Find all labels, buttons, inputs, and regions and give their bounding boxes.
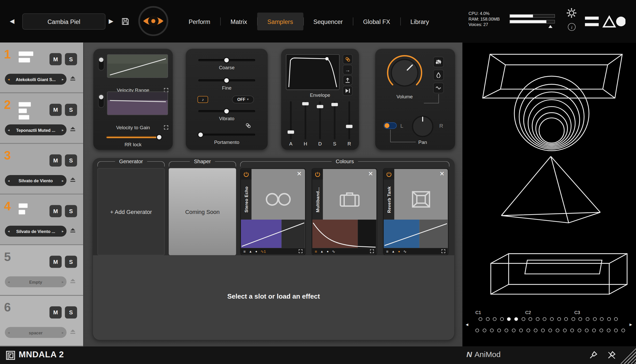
wave-mode-icon[interactable]: ∿ <box>332 249 335 253</box>
slot-name-selector[interactable]: ◂ Atekokolli Giant S... ▸ <box>5 74 66 84</box>
arrow-right-icon[interactable]: → <box>343 65 353 75</box>
prev-sample-icon[interactable]: ◂ <box>5 331 12 335</box>
tab-samplers[interactable]: Samplers <box>257 13 303 30</box>
pad-dot[interactable] <box>564 317 568 321</box>
wave-mode-icon[interactable]: ∿1 <box>261 249 266 253</box>
mute-button[interactable]: M <box>49 306 62 318</box>
triangle-mode-icon[interactable]: ▲ <box>249 249 252 253</box>
sampler-slot-6[interactable]: 6 M S ◂ spacer ▸ <box>0 296 83 346</box>
triangle-mode-icon[interactable]: ▲ <box>320 249 323 253</box>
pad-dot[interactable] <box>541 329 545 332</box>
fine-knob[interactable] <box>223 77 230 84</box>
effect-curve-graph[interactable] <box>312 220 376 248</box>
triangle-mode-icon[interactable]: ▲ <box>392 249 395 253</box>
slot-name-selector[interactable]: ◂ Teponaztli Muted ... ▸ <box>5 124 66 135</box>
pad-dot[interactable] <box>543 317 547 321</box>
pad-dot[interactable] <box>512 329 515 332</box>
tab-matrix[interactable]: Matrix <box>220 13 257 30</box>
lfo-wave-icon[interactable] <box>433 83 444 93</box>
sampler-slot-5[interactable]: 5 M S ◂ Empty ▸ <box>0 245 83 296</box>
solo-button[interactable]: S <box>65 104 77 116</box>
pad-dot[interactable] <box>593 317 596 321</box>
coarse-slider[interactable] <box>198 59 255 61</box>
solo-button[interactable]: S <box>65 154 77 167</box>
power-button[interactable] <box>384 169 394 179</box>
eject-icon[interactable] <box>70 329 76 334</box>
pad-dot[interactable] <box>483 329 486 332</box>
eject-icon[interactable] <box>70 177 76 182</box>
pad-dot[interactable] <box>556 329 559 332</box>
volume-knob[interactable] <box>385 54 424 92</box>
rr-lock-slider[interactable] <box>106 136 160 138</box>
velocity-gain-toggle[interactable] <box>98 94 104 108</box>
pad-dot[interactable] <box>586 317 589 321</box>
slot-name-selector[interactable]: ◂ Silvato de Viento ▸ <box>5 175 66 186</box>
pad-dot[interactable] <box>614 329 618 332</box>
pad-dot[interactable] <box>585 329 589 332</box>
attack-handle[interactable] <box>288 131 294 134</box>
circle-mode-icon[interactable]: ● <box>327 249 329 253</box>
eject-icon[interactable] <box>70 76 76 81</box>
vibrato-slider[interactable] <box>198 110 255 112</box>
sampler-slot-1[interactable]: 1 M S ◂ Atekokolli Giant S... ▸ <box>0 42 83 93</box>
expand-icon[interactable] <box>164 125 168 129</box>
pad-dot[interactable] <box>479 317 482 321</box>
pad-scroll-right-icon[interactable]: ▸ <box>630 321 632 327</box>
pad-dot[interactable] <box>563 329 567 332</box>
pad-dot[interactable] <box>486 317 489 321</box>
circle-mode-icon[interactable]: ● <box>255 249 257 253</box>
mute-button[interactable]: M <box>49 104 62 116</box>
pad-dot[interactable] <box>570 329 574 332</box>
add-generator-slot[interactable]: + Add Generator <box>97 168 165 255</box>
pad-dot[interactable] <box>548 329 552 332</box>
pad-dot[interactable] <box>607 317 611 321</box>
colour-slot-reverb-tank[interactable]: Reverb Tank ✕ ≡ ▲ ● ∿ <box>383 168 449 255</box>
shaper-slot[interactable]: Coming Soon <box>169 168 236 255</box>
prev-sample-icon[interactable]: ◂ <box>5 280 12 284</box>
prev-sample-icon[interactable]: ◂ <box>5 77 12 81</box>
pan-knob[interactable] <box>411 115 434 138</box>
pad-dot[interactable] <box>592 329 596 332</box>
pad-dot[interactable] <box>507 317 511 321</box>
expand-icon[interactable] <box>370 249 374 253</box>
gear-icon[interactable] <box>566 8 577 18</box>
power-button[interactable] <box>312 169 323 179</box>
expand-icon[interactable] <box>441 249 446 253</box>
pin-disabled-icon[interactable] <box>607 351 616 360</box>
pad-dot[interactable] <box>519 329 523 332</box>
colour-slot-multiband[interactable]: Multiband... ✕ ≡ ▲ ● ∿ <box>312 168 377 255</box>
pad-dot[interactable] <box>579 317 582 321</box>
vibrato-knob[interactable] <box>223 108 230 114</box>
tab-library[interactable]: Library <box>400 13 439 30</box>
sampler-slot-3[interactable]: 3 M S ◂ Silvato de Viento ▸ <box>0 144 83 195</box>
effect-curve-graph[interactable] <box>384 220 448 248</box>
solo-button[interactable]: S <box>65 256 77 268</box>
pad-dot[interactable] <box>526 329 530 332</box>
decay-fader[interactable] <box>319 101 321 140</box>
pad-dot[interactable] <box>614 317 618 321</box>
pad-dot[interactable] <box>621 329 625 332</box>
tab-perform[interactable]: Perform <box>179 13 221 30</box>
drop-icon[interactable] <box>433 70 444 80</box>
pad-dot[interactable] <box>607 329 610 332</box>
pad-dot[interactable] <box>578 329 581 332</box>
hold-fader[interactable] <box>305 101 306 140</box>
solo-button[interactable]: S <box>65 306 77 318</box>
sampler-slot-4[interactable]: 4 M S ◂ Silvato de Viento ... ▸ <box>0 195 83 245</box>
preset-prev-button[interactable]: ◀ <box>10 18 14 25</box>
preset-next-button[interactable]: ▶ <box>109 18 113 25</box>
next-sample-icon[interactable]: ▸ <box>59 280 66 284</box>
pad-dot[interactable] <box>497 329 501 332</box>
velocity-range-graph[interactable] <box>107 54 168 78</box>
solo-button[interactable]: S <box>65 53 77 65</box>
portamento-knob[interactable] <box>198 132 204 138</box>
sampler-slot-2[interactable]: 2 M S ◂ Teponaztli Muted ... ▸ <box>0 93 83 144</box>
sustain-fader[interactable] <box>334 101 335 140</box>
tab-sequencer[interactable]: Sequencer <box>303 13 353 30</box>
fine-slider[interactable] <box>198 80 255 82</box>
pin-icon[interactable] <box>589 351 598 360</box>
pad-dot[interactable] <box>514 317 518 321</box>
wave-mode-icon[interactable]: ∿ <box>403 249 407 253</box>
pad-dot[interactable] <box>571 317 575 321</box>
pad-dot[interactable] <box>529 317 532 321</box>
